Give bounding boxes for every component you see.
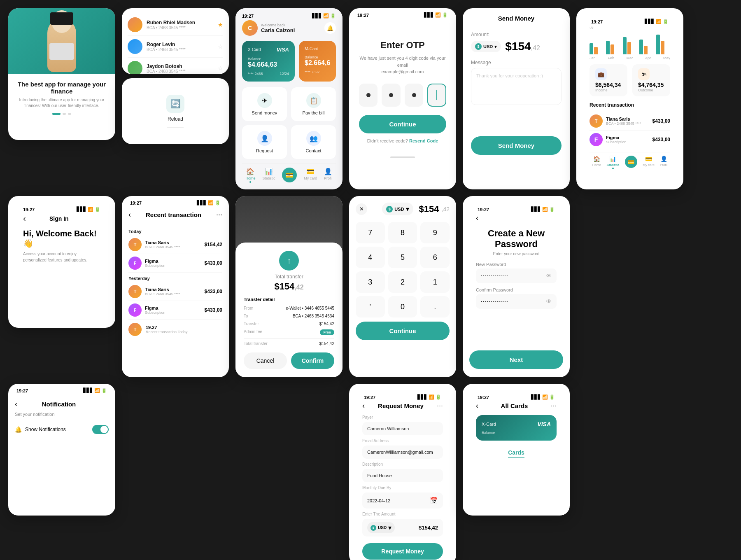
key-1[interactable]: 1 [420,271,450,293]
all-cards-card: 19:27 ▋▋▋ 📶 🔋 ‹ All Cards ··· X-Card VIS… [463,384,570,516]
recent-battery: 🔋 [215,200,221,205]
key-2[interactable]: 2 [388,271,417,293]
contact-btn[interactable]: 👥 Contact [291,125,336,159]
email-field[interactable]: CameronWilliamson@gmail.com [362,446,443,459]
resend-prompt: Didn't receive code? [367,138,408,143]
new-password-field[interactable]: •••••••••••••• 👁 [476,268,557,283]
nav-profil[interactable]: 👤 Profil [324,168,333,183]
message-area[interactable]: Thank you for your cooperation :) [471,68,562,105]
stats-nav-statistic[interactable]: 📊 Statistic [606,156,619,169]
signin-back-button[interactable]: ‹ [23,214,26,223]
outcome-amount: $4,764,35 [638,82,664,88]
pay-bill-btn[interactable]: 📋 Pay the bill [291,87,336,121]
allcards-body: ‹ All Cards ··· X-Card VISA Balance Card… [469,401,563,467]
bank-card-xcard[interactable]: X-Card VISA Balance $4.664,63 **** 2468 … [242,41,295,82]
key-dot[interactable]: . [420,296,450,317]
contact-info-1: Ruben Rhiel Madsen BCA • 2468 3545 **** [147,20,218,30]
key-7[interactable]: 7 [356,222,385,243]
signin-signal: ▋▋▋ [77,207,86,212]
eye-icon-confirm[interactable]: 👁 [546,298,552,305]
cards-tab-label[interactable]: Cards [508,449,524,458]
stats-txn-sub-1: BCA • 2468 3545 **** [606,121,649,126]
amount-cents: ,42 [531,44,540,51]
allcards-more-button[interactable]: ··· [550,401,557,410]
bar-group-mar [623,37,637,54]
pay-bill-label: Pay the bill [303,110,325,115]
recent-status-bar: 19:27 ▋▋▋ 📶 🔋 [122,196,229,207]
bar-group-feb [606,41,620,54]
confirm-button[interactable]: Confirm [291,352,334,369]
notification-card: 19:27 ▋▋▋ 📶 🔋 ‹ Notification Set your no… [8,384,115,516]
stats-nav-profil[interactable]: 👤 Profil [660,156,667,169]
payer-field[interactable]: Cameron Williamson [362,422,443,435]
next-button[interactable]: Next [469,350,563,369]
allcards-teal-card[interactable]: X-Card VISA Balance [476,415,557,441]
key-3[interactable]: 3 [356,271,385,293]
send-money-btn[interactable]: ✈ Send money [242,87,287,121]
monthly-field[interactable]: 2022-04-12 📅 [362,492,443,509]
label-apr: Apr [645,56,651,60]
otp-box-4[interactable] [427,84,446,107]
nav-statistic[interactable]: 📊 Statistic [262,168,275,183]
description-field[interactable]: Fund House [362,469,443,482]
email-field-label: Email Address [362,439,443,443]
notif-status-bar: 19:27 ▋▋▋ 📶 🔋 [8,384,115,395]
key-8[interactable]: 8 [388,222,417,243]
otp-home-bar [349,152,456,163]
notif-back-button[interactable]: ‹ [15,400,17,408]
eye-icon-new[interactable]: 👁 [546,273,552,279]
cancel-button[interactable]: Cancel [244,352,287,369]
otp-wifi: 📶 [435,12,441,18]
keypad-continue-button[interactable]: Continue [356,322,450,340]
key-9[interactable]: 9 [420,222,450,243]
otp-continue-button[interactable]: Continue [359,115,446,133]
status-icons: ▋▋▋ 📶 🔋 [312,13,336,19]
password-back-button[interactable]: ‹ [476,214,478,222]
amount-field[interactable]: $ USD ▾ $154,42 [362,519,443,537]
mycard-nav-icon: 💳 [645,156,652,162]
send-money-button[interactable]: Send Money [471,136,562,155]
stats-nav-mycard[interactable]: 💳 My card [643,156,654,169]
star-icon-1[interactable]: ★ [218,21,223,28]
otp-body: Enter OTP We have just sent you 4 digit … [349,19,456,152]
yesterday-label: Yesterday [128,273,222,282]
otp-box-3[interactable] [405,84,423,107]
star-icon-3[interactable]: ☆ [218,65,223,72]
request-currency-select[interactable]: $ USD ▾ [367,522,395,533]
otp-box-1[interactable] [359,84,377,107]
key-apostrophe[interactable]: ' [356,296,385,317]
keypad-currency-select[interactable]: $ USD ▾ [382,203,413,215]
recent-sub-text: Today [177,330,187,334]
transfer-amount-display: $154,42 [244,281,334,292]
key-0[interactable]: 0 [388,296,417,317]
request-btn[interactable]: 👤 Request [242,125,287,159]
resend-link[interactable]: Resend Code [409,138,438,143]
bar-mar-teal [623,37,627,54]
bell-icon[interactable]: 🔔 [324,22,336,34]
stats-nav-card[interactable]: 💳 [625,156,637,169]
nav-mycard[interactable]: 💳 My card [304,168,317,183]
nav-card-circle[interactable]: 💳 [282,168,297,183]
allcards-header: ‹ All Cards ··· [476,401,557,410]
otp-box-2[interactable] [382,84,400,107]
confirm-password-field[interactable]: •••••••••••••• 👁 [476,294,557,309]
transfer-card: ↑ Total transfer $154,42 Transfer detail… [235,196,343,377]
request-icon: 👤 [257,131,272,146]
nav-home[interactable]: 🏠 Home [245,168,255,183]
recent-more-button[interactable]: ··· [216,210,222,219]
request-more-button[interactable]: ··· [437,401,443,410]
key-6[interactable]: 6 [420,247,450,268]
star-icon-2[interactable]: ☆ [218,43,223,50]
currency-select[interactable]: $ USD ▾ [471,41,501,52]
card-label-2: M-Card [305,47,330,51]
recent-txn-info-yesterday-1: Tiana Saris BCA • 2468 3545 **** [145,287,201,296]
keypad-close-button[interactable]: ✕ [356,203,367,215]
key-4[interactable]: 4 [356,247,385,268]
notifications-toggle[interactable] [92,425,109,434]
recent-txn-amount-yesterday-2: $433,00 [205,307,222,313]
request-money-button[interactable]: Request Money [362,543,443,560]
key-5[interactable]: 5 [388,247,417,268]
transfer-up-icon: ↑ [279,251,299,271]
stats-nav-home[interactable]: 🏠 Home [592,156,601,169]
bank-card-mcard[interactable]: M-Card Balance $2.664,6 **** 7897 [299,41,336,82]
